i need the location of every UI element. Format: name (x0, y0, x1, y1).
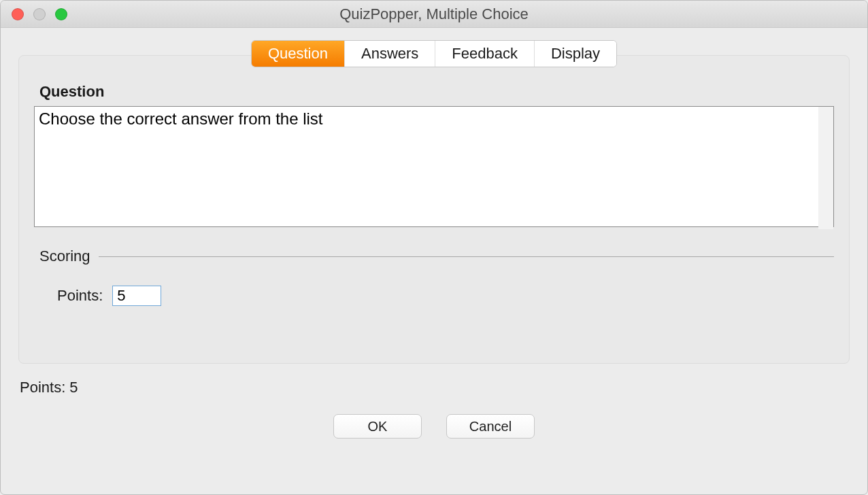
close-icon[interactable] (12, 8, 24, 20)
question-textarea-wrap (34, 106, 834, 230)
tab-display[interactable]: Display (535, 41, 616, 67)
question-heading: Question (39, 83, 834, 101)
titlebar: QuizPopper, Multiple Choice (1, 1, 867, 28)
traffic-lights (1, 8, 67, 20)
dialog-window: QuizPopper, Multiple Choice Question Ans… (0, 0, 868, 495)
maximize-icon[interactable] (55, 8, 67, 20)
tabs: Question Answers Feedback Display (251, 40, 617, 67)
button-row: OK Cancel (6, 414, 862, 439)
tabs-row: Question Answers Feedback Display (6, 40, 862, 67)
points-input[interactable] (112, 286, 161, 306)
points-row: Points: (34, 286, 834, 306)
question-panel: Question Scoring Points: (18, 55, 850, 364)
divider-line (99, 256, 834, 257)
minimize-icon (33, 8, 46, 20)
ok-button[interactable]: OK (333, 414, 422, 439)
question-textarea[interactable] (34, 106, 834, 227)
cancel-button[interactable]: Cancel (446, 414, 535, 439)
scoring-header: Scoring (34, 248, 834, 265)
footer-points-text: Points: 5 (20, 379, 862, 396)
scoring-heading: Scoring (39, 248, 90, 265)
tab-answers[interactable]: Answers (345, 41, 435, 67)
content-area: Question Answers Feedback Display Questi… (1, 28, 867, 494)
scoring-fieldset: Scoring Points: (34, 248, 834, 306)
points-label: Points: (57, 287, 103, 305)
window-title: QuizPopper, Multiple Choice (1, 5, 867, 23)
tab-question[interactable]: Question (252, 41, 345, 67)
tab-feedback[interactable]: Feedback (435, 41, 535, 67)
